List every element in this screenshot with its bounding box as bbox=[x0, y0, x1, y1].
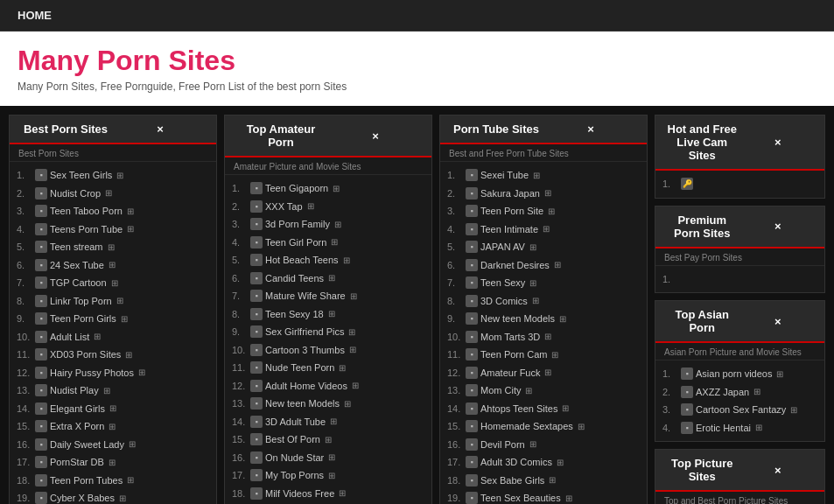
site-link[interactable]: Teen Porn Site bbox=[480, 204, 543, 219]
site-link[interactable]: Adult 3D Comics bbox=[480, 455, 552, 470]
external-icon: ⊞ bbox=[307, 200, 314, 213]
col1-list: 1.▪Sex Teen Girls⊞2.▪Nudist Crop⊞3.▪Teen… bbox=[10, 162, 216, 504]
site-link[interactable]: Mature Wife Share bbox=[265, 289, 346, 304]
site-link[interactable]: Nude Teen Porn bbox=[265, 360, 334, 375]
site-favicon: ▪ bbox=[466, 205, 478, 217]
site-link[interactable]: Linkr Top Porn bbox=[50, 294, 112, 309]
site-link[interactable]: Teen Gigaporn bbox=[265, 181, 328, 196]
col1-close[interactable]: × bbox=[113, 123, 207, 135]
external-icon: ⊞ bbox=[549, 473, 556, 486]
site-link[interactable]: Teen Sex Beauties bbox=[480, 491, 561, 504]
site-link[interactable]: Mom Tarts 3D bbox=[480, 330, 540, 345]
site-link[interactable]: Homemade Sextapes bbox=[480, 419, 573, 434]
site-link[interactable]: Cartoon 3 Thumbs bbox=[265, 343, 345, 358]
site-link[interactable]: TGP Cartoon bbox=[50, 276, 107, 290]
site-link[interactable]: PornStar DB bbox=[50, 455, 104, 470]
site-favicon: ▪ bbox=[466, 169, 478, 181]
box2-sub: Best Pay Porn Sites bbox=[655, 248, 824, 266]
site-link[interactable]: New teen Models bbox=[265, 396, 340, 411]
site-link[interactable]: Teen Taboo Porn bbox=[50, 204, 123, 219]
site-link[interactable]: Teen Intimate bbox=[480, 222, 538, 237]
list-item: 18.▪Milf Videos Free⊞ bbox=[232, 485, 424, 503]
external-icon: ⊞ bbox=[328, 271, 335, 284]
site-favicon: ▪ bbox=[466, 312, 478, 325]
site-link[interactable]: Cyber X Babes bbox=[50, 491, 115, 504]
site-link[interactable]: 3D Adult Tube bbox=[265, 415, 326, 430]
external-icon: ⊞ bbox=[333, 182, 340, 195]
site-link[interactable]: Amateur Fuck bbox=[480, 366, 540, 381]
external-icon: ⊞ bbox=[753, 385, 760, 398]
external-icon: ⊞ bbox=[343, 254, 350, 267]
site-link[interactable]: Sexei Tube bbox=[480, 168, 529, 183]
site-link[interactable]: XXX Tap bbox=[265, 200, 303, 214]
box1-close[interactable]: × bbox=[740, 136, 816, 148]
external-icon: ⊞ bbox=[328, 451, 335, 464]
external-icon: ⊞ bbox=[339, 486, 346, 500]
box3-title: Top Asian Porn bbox=[664, 308, 740, 334]
site-link[interactable]: Asian porn videos bbox=[696, 367, 772, 382]
site-favicon: ▪ bbox=[35, 331, 47, 343]
site-link[interactable]: Teens Porn Tube bbox=[50, 222, 123, 237]
site-link[interactable]: Nudist Crop bbox=[50, 186, 101, 201]
box-premium: Premium Porn Sites × Best Pay Porn Sites… bbox=[655, 206, 825, 294]
site-link[interactable]: Teen Sexy bbox=[480, 276, 525, 290]
list-item: 18.▪Teen Porn Tubes⊞ bbox=[17, 472, 209, 490]
site-link[interactable]: Cartoon Sex Fantazy bbox=[696, 402, 786, 417]
site-link[interactable]: Teen Porn Girls bbox=[50, 312, 116, 326]
list-item: 4.▪Teens Porn Tube⊞ bbox=[17, 220, 209, 239]
site-link[interactable]: Daily Sweet Lady bbox=[50, 438, 124, 452]
site-favicon: ▪ bbox=[466, 402, 478, 415]
site-link[interactable]: On Nude Star bbox=[265, 451, 324, 466]
list-item: 8.▪Linkr Top Porn⊞ bbox=[17, 292, 209, 311]
site-link[interactable]: Best Of Porn bbox=[265, 432, 320, 447]
site-link[interactable]: Sex Babe Girls bbox=[480, 473, 544, 488]
site-link[interactable]: JAPAN AV bbox=[480, 240, 525, 255]
site-link[interactable]: XD03 Porn Sites bbox=[50, 347, 121, 362]
site-link[interactable]: Adult List bbox=[50, 330, 89, 345]
list-item: 15.▪Best Of Porn⊞ bbox=[232, 430, 424, 449]
site-link[interactable]: 3D Comics bbox=[480, 294, 528, 309]
box3-close[interactable]: × bbox=[740, 316, 816, 327]
site-link[interactable]: Erotic Hentai bbox=[696, 421, 751, 436]
site-link[interactable]: 24 Sex Tube bbox=[50, 258, 104, 273]
main-content: Best Porn Sites × Best Porn Sites 1.▪Sex… bbox=[0, 106, 834, 504]
site-link[interactable]: Hairy Pussy Photos bbox=[50, 366, 134, 381]
site-link[interactable]: Sex Girlfriend Pics bbox=[265, 325, 344, 340]
site-link[interactable]: Teen stream bbox=[50, 240, 103, 255]
list-item: 2.▪XXX Tap⊞ bbox=[232, 198, 424, 216]
site-link[interactable]: Darknet Desires bbox=[480, 258, 550, 273]
site-link[interactable]: 3d Porn Family bbox=[265, 217, 330, 232]
site-favicon: ▪ bbox=[466, 223, 478, 235]
site-favicon: ▪ bbox=[250, 469, 263, 481]
site-link[interactable]: Teen Girl Porn bbox=[265, 235, 326, 250]
site-link[interactable]: New teen Models bbox=[480, 312, 555, 326]
site-link[interactable]: Adult Home Videos bbox=[265, 379, 347, 394]
site-link[interactable]: Hot Beach Teens bbox=[265, 253, 339, 268]
site-link[interactable]: Elegant Girls bbox=[50, 402, 105, 416]
col2-close[interactable]: × bbox=[328, 130, 423, 142]
external-icon: ⊞ bbox=[109, 456, 116, 469]
col3-close[interactable]: × bbox=[543, 123, 638, 135]
site-link[interactable]: Mom City bbox=[480, 383, 521, 398]
site-link[interactable]: Milf Videos Free bbox=[265, 486, 334, 501]
box2-close[interactable]: × bbox=[740, 220, 816, 232]
site-link[interactable]: Nudist Play bbox=[50, 383, 99, 398]
site-link[interactable]: Candid Teens bbox=[265, 271, 324, 286]
site-link[interactable]: My Top Porns bbox=[265, 468, 324, 483]
site-link[interactable]: Ahtops Teen Sites bbox=[480, 402, 557, 416]
site-link[interactable]: Sex Teen Girls bbox=[50, 168, 112, 183]
list-item: 12.▪Adult Home Videos⊞ bbox=[232, 377, 424, 396]
site-link[interactable]: Teen Porn Cam bbox=[480, 347, 547, 362]
site-link[interactable]: Extra X Porn bbox=[50, 419, 104, 434]
home-link[interactable]: HOME bbox=[18, 9, 52, 22]
site-link[interactable]: Sakura Japan bbox=[480, 186, 540, 201]
site-favicon: ▪ bbox=[35, 241, 47, 253]
site-link[interactable]: Devil Porn bbox=[480, 438, 525, 452]
key-icon: 🔑 bbox=[681, 178, 693, 190]
site-link[interactable]: Teen Porn Tubes bbox=[50, 473, 123, 488]
box4-close[interactable]: × bbox=[740, 465, 816, 476]
list-item: 19.▪Teen Sex Beauties⊞ bbox=[447, 489, 640, 504]
site-link[interactable]: Teen Sexy 18 bbox=[265, 307, 324, 322]
site-link[interactable]: AXZZ Japan bbox=[696, 385, 749, 400]
site-favicon: ▪ bbox=[250, 487, 263, 500]
